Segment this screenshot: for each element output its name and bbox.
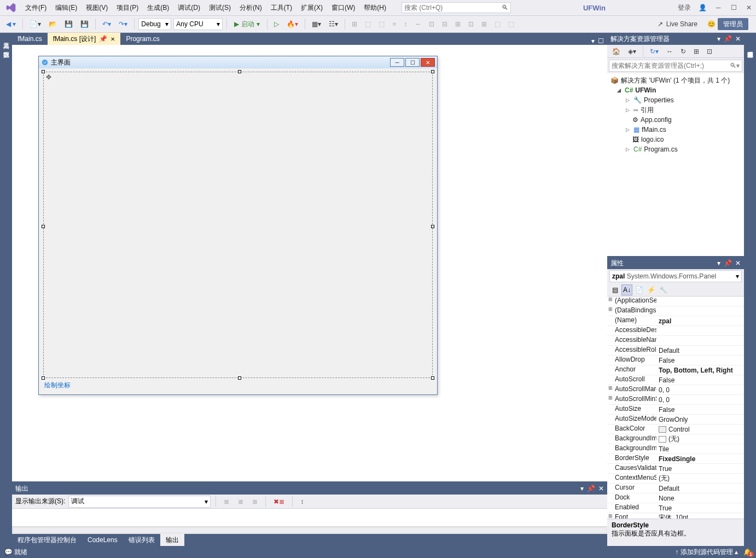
- categorized-button[interactable]: ▤: [609, 284, 620, 295]
- menu-项目(P)[interactable]: 项目(P): [112, 1, 143, 15]
- notifications-button[interactable]: 🔔1: [743, 548, 752, 556]
- save-button[interactable]: 💾: [62, 18, 75, 30]
- feedback-icon[interactable]: 💬: [4, 548, 13, 556]
- prop-row[interactable]: CursorDefault: [607, 484, 744, 493]
- prop-row[interactable]: BorderStyleFixedSingle: [607, 454, 744, 464]
- doc-tab[interactable]: fMain.cs: [12, 33, 48, 45]
- sln-dropdown-icon[interactable]: ▾: [717, 35, 720, 43]
- form-minimize-button[interactable]: ─: [390, 58, 404, 67]
- sln-btn[interactable]: ◈▾: [625, 45, 639, 57]
- output-close-icon[interactable]: ✕: [598, 485, 604, 492]
- prop-row[interactable]: CausesValidationTrue: [607, 464, 744, 474]
- sln-close-icon[interactable]: ✕: [735, 35, 741, 43]
- config-dropdown[interactable]: Debug▾: [138, 18, 171, 30]
- prop-row[interactable]: AccessibleRoleDefault: [607, 346, 744, 356]
- menu-调试(D)[interactable]: 调试(D): [173, 1, 205, 15]
- prop-row[interactable]: (Name)zpal: [607, 316, 744, 326]
- prop-row[interactable]: ⊞AutoScrollMinSize0, 0: [607, 395, 744, 405]
- prop-row[interactable]: AccessibleName: [607, 336, 744, 346]
- prop-row[interactable]: AccessibleDescription: [607, 326, 744, 336]
- prop-row[interactable]: DockNone: [607, 493, 744, 503]
- prop-row[interactable]: BackgroundImage(无): [607, 434, 744, 444]
- tab-dropdown-icon[interactable]: ▾: [591, 37, 595, 45]
- prop-row[interactable]: ⊞Font宋体, 10pt: [607, 513, 744, 519]
- prop-row[interactable]: EnabledTrue: [607, 503, 744, 513]
- doc-tab[interactable]: fMain.cs [设计]📌✕: [48, 33, 121, 45]
- prop-row[interactable]: AutoSizeModeGrowOnly: [607, 415, 744, 425]
- form-preview[interactable]: 主界面 ─ ☐ ✕ ✥: [38, 56, 438, 395]
- prop-row[interactable]: ⊞(DataBindings): [607, 306, 744, 316]
- datasources-tab[interactable]: 数据源: [1, 44, 11, 50]
- form-designer[interactable]: 主界面 ─ ☐ ✕ ✥: [12, 45, 607, 481]
- prop-row[interactable]: AnchorTop, Bottom, Left, Right: [607, 365, 744, 375]
- prop-row[interactable]: BackgroundImageLayoutTile: [607, 444, 744, 454]
- prop-row[interactable]: AllowDropFalse: [607, 356, 744, 365]
- liveshare-button[interactable]: ↗Live Share: [658, 20, 697, 28]
- form-maximize-button[interactable]: ☐: [405, 58, 420, 67]
- platform-dropdown[interactable]: Any CPU▾: [173, 18, 223, 30]
- bottom-tab[interactable]: 错误列表: [123, 534, 160, 546]
- form-close-button[interactable]: ✕: [421, 58, 435, 67]
- output-dropdown-icon[interactable]: ▾: [580, 485, 584, 492]
- hot-reload-button[interactable]: 🔥▾: [284, 18, 301, 30]
- tab-maximize-icon[interactable]: ☐: [598, 37, 604, 45]
- login-link[interactable]: 登录: [678, 3, 691, 13]
- doc-tab[interactable]: Program.cs: [120, 33, 165, 45]
- server-explorer-tab[interactable]: 服务器资源管理器: [745, 44, 755, 50]
- selected-panel[interactable]: ✥: [43, 72, 433, 378]
- feedback-icon[interactable]: 😊: [707, 20, 716, 28]
- alphabetical-button[interactable]: A↓: [621, 284, 632, 295]
- solution-tree[interactable]: 📦解决方案 'UFWin' (1 个项目，共 1 个) ◢C#UFWin ▷🔧P…: [607, 73, 744, 256]
- minimize-button[interactable]: ─: [714, 4, 722, 11]
- draw-coord-link[interactable]: 绘制坐标: [44, 381, 71, 390]
- menu-窗口(W)[interactable]: 窗口(W): [327, 1, 359, 15]
- user-icon[interactable]: 👤: [699, 4, 707, 11]
- close-tab-icon[interactable]: ✕: [111, 36, 115, 42]
- clear-output-button[interactable]: ✖≣: [271, 496, 287, 508]
- move-icon[interactable]: ✥: [46, 73, 51, 81]
- menu-分析(N)[interactable]: 分析(N): [235, 1, 266, 15]
- solution-node[interactable]: 📦解决方案 'UFWin' (1 个项目，共 1 个): [610, 75, 741, 85]
- menu-工具(T)[interactable]: 工具(T): [266, 1, 296, 15]
- output-text[interactable]: [12, 509, 607, 526]
- prop-row[interactable]: AutoScrollFalse: [607, 375, 744, 385]
- quick-search-input[interactable]: [404, 4, 498, 11]
- start-nodebug-button[interactable]: ▷: [271, 18, 282, 30]
- prop-row[interactable]: ContextMenuStrip(无): [607, 474, 744, 484]
- bottom-tab[interactable]: 输出: [160, 534, 184, 546]
- open-button[interactable]: 📂: [46, 18, 60, 30]
- save-all-button[interactable]: 💾: [78, 18, 91, 30]
- menu-视图(V)[interactable]: 视图(V): [82, 1, 112, 15]
- pin-icon[interactable]: 📌: [99, 35, 107, 43]
- prop-row[interactable]: ⊞AutoScrollMargin0, 0: [607, 385, 744, 395]
- menu-生成(B)[interactable]: 生成(B): [143, 1, 173, 15]
- bottom-tab[interactable]: 程序包管理器控制台: [12, 534, 82, 546]
- toolbox-tab[interactable]: 工具箱: [1, 35, 11, 42]
- events-button[interactable]: ⚡: [645, 284, 656, 295]
- maximize-button[interactable]: ☐: [730, 4, 737, 11]
- start-debug-button[interactable]: ▶ 启动 ▾: [231, 18, 263, 30]
- output-pin-icon[interactable]: 📌: [587, 485, 595, 492]
- prop-object-selector[interactable]: zpal System.Windows.Forms.Panel ▾: [609, 270, 742, 282]
- source-control-button[interactable]: ↑ 添加到源代码管理 ▴: [675, 548, 738, 557]
- menu-文件(F)[interactable]: 文件(F): [21, 1, 51, 15]
- prop-row[interactable]: AutoSizeFalse: [607, 405, 744, 415]
- sln-pin-icon[interactable]: 📌: [724, 35, 732, 43]
- close-button[interactable]: ✕: [745, 4, 753, 11]
- prop-row[interactable]: ⊞(ApplicationSettings): [607, 297, 744, 306]
- menu-测试(S)[interactable]: 测试(S): [205, 1, 235, 15]
- menu-编辑(E)[interactable]: 编辑(E): [51, 1, 82, 15]
- solution-search[interactable]: 🔍︎▾: [609, 60, 742, 72]
- bottom-tab[interactable]: CodeLens: [82, 534, 123, 546]
- sync-icon[interactable]: ↻▾: [647, 45, 661, 57]
- properties-page-button[interactable]: 📄: [633, 284, 644, 295]
- navigate-back-button[interactable]: ◀ ▾: [3, 18, 19, 30]
- output-source-dropdown[interactable]: 调试▾: [68, 496, 211, 508]
- layout-btn-2[interactable]: ☷▾: [326, 18, 341, 30]
- property-grid[interactable]: ⊞(ApplicationSettings)⊞(DataBindings)(Na…: [607, 297, 744, 519]
- home-icon[interactable]: 🏠: [609, 45, 623, 57]
- new-project-button[interactable]: 📄▾: [27, 18, 44, 30]
- undo-button[interactable]: ↶▾: [100, 18, 114, 30]
- quick-search[interactable]: 🔍︎: [402, 2, 511, 13]
- align-btn[interactable]: ⊞: [349, 18, 360, 30]
